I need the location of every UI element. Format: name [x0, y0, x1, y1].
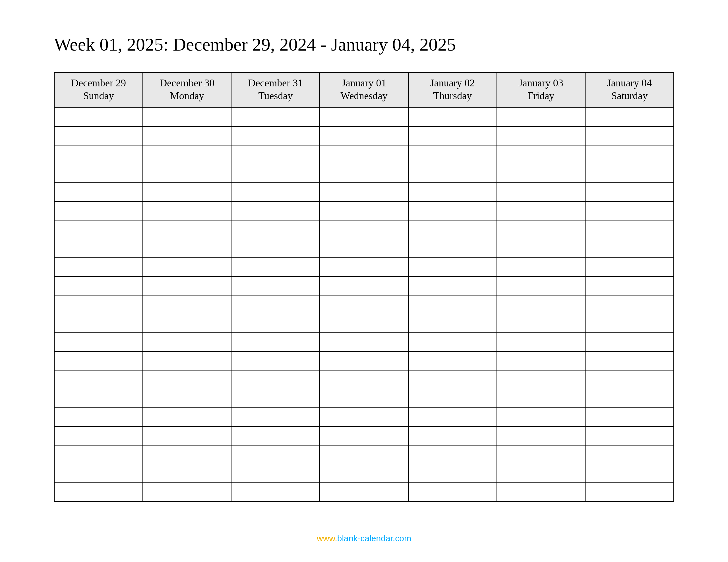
calendar-cell[interactable] [408, 445, 497, 464]
calendar-cell[interactable] [54, 464, 143, 483]
calendar-cell[interactable] [497, 295, 585, 314]
calendar-cell[interactable] [497, 426, 585, 445]
calendar-cell[interactable] [231, 108, 320, 127]
calendar-cell[interactable] [585, 220, 674, 239]
calendar-cell[interactable] [54, 127, 143, 145]
calendar-cell[interactable] [320, 164, 408, 183]
calendar-cell[interactable] [408, 333, 497, 351]
calendar-cell[interactable] [320, 351, 408, 370]
calendar-cell[interactable] [231, 183, 320, 202]
calendar-cell[interactable] [497, 183, 585, 202]
calendar-cell[interactable] [54, 426, 143, 445]
calendar-cell[interactable] [497, 408, 585, 426]
calendar-cell[interactable] [54, 370, 143, 389]
calendar-cell[interactable] [585, 464, 674, 483]
calendar-cell[interactable] [497, 108, 585, 127]
calendar-cell[interactable] [143, 483, 231, 501]
calendar-cell[interactable] [497, 258, 585, 277]
calendar-cell[interactable] [320, 370, 408, 389]
calendar-cell[interactable] [585, 295, 674, 314]
calendar-cell[interactable] [408, 295, 497, 314]
calendar-cell[interactable] [408, 408, 497, 426]
calendar-cell[interactable] [408, 370, 497, 389]
calendar-cell[interactable] [54, 202, 143, 220]
calendar-cell[interactable] [143, 145, 231, 164]
calendar-cell[interactable] [231, 220, 320, 239]
calendar-cell[interactable] [320, 408, 408, 426]
calendar-cell[interactable] [585, 108, 674, 127]
calendar-cell[interactable] [320, 127, 408, 145]
calendar-cell[interactable] [585, 426, 674, 445]
calendar-cell[interactable] [408, 314, 497, 333]
calendar-cell[interactable] [54, 351, 143, 370]
calendar-cell[interactable] [497, 333, 585, 351]
calendar-cell[interactable] [231, 239, 320, 258]
calendar-cell[interactable] [231, 258, 320, 277]
calendar-cell[interactable] [320, 426, 408, 445]
calendar-cell[interactable] [320, 202, 408, 220]
calendar-cell[interactable] [54, 277, 143, 295]
calendar-cell[interactable] [143, 164, 231, 183]
calendar-cell[interactable] [585, 258, 674, 277]
calendar-cell[interactable] [143, 258, 231, 277]
calendar-cell[interactable] [54, 389, 143, 408]
calendar-cell[interactable] [585, 239, 674, 258]
calendar-cell[interactable] [143, 445, 231, 464]
calendar-cell[interactable] [143, 351, 231, 370]
calendar-cell[interactable] [408, 426, 497, 445]
calendar-cell[interactable] [143, 333, 231, 351]
calendar-cell[interactable] [585, 333, 674, 351]
calendar-cell[interactable] [320, 483, 408, 501]
calendar-cell[interactable] [320, 333, 408, 351]
calendar-cell[interactable] [585, 408, 674, 426]
footer-link[interactable]: www.blank-calendar.com [0, 534, 728, 543]
calendar-cell[interactable] [320, 239, 408, 258]
calendar-cell[interactable] [231, 333, 320, 351]
calendar-cell[interactable] [231, 464, 320, 483]
calendar-cell[interactable] [231, 314, 320, 333]
calendar-cell[interactable] [54, 314, 143, 333]
calendar-cell[interactable] [54, 183, 143, 202]
calendar-cell[interactable] [320, 145, 408, 164]
calendar-cell[interactable] [320, 445, 408, 464]
calendar-cell[interactable] [408, 464, 497, 483]
calendar-cell[interactable] [54, 258, 143, 277]
calendar-cell[interactable] [143, 464, 231, 483]
calendar-cell[interactable] [54, 145, 143, 164]
calendar-cell[interactable] [231, 408, 320, 426]
calendar-cell[interactable] [143, 202, 231, 220]
calendar-cell[interactable] [497, 127, 585, 145]
calendar-cell[interactable] [497, 277, 585, 295]
calendar-cell[interactable] [497, 464, 585, 483]
calendar-cell[interactable] [231, 295, 320, 314]
calendar-cell[interactable] [585, 370, 674, 389]
calendar-cell[interactable] [497, 370, 585, 389]
calendar-cell[interactable] [497, 239, 585, 258]
calendar-cell[interactable] [54, 239, 143, 258]
calendar-cell[interactable] [497, 314, 585, 333]
calendar-cell[interactable] [231, 370, 320, 389]
calendar-cell[interactable] [143, 408, 231, 426]
calendar-cell[interactable] [143, 108, 231, 127]
calendar-cell[interactable] [320, 314, 408, 333]
calendar-cell[interactable] [231, 164, 320, 183]
calendar-cell[interactable] [54, 333, 143, 351]
calendar-cell[interactable] [408, 239, 497, 258]
calendar-cell[interactable] [497, 351, 585, 370]
calendar-cell[interactable] [54, 295, 143, 314]
calendar-cell[interactable] [143, 426, 231, 445]
calendar-cell[interactable] [585, 164, 674, 183]
calendar-cell[interactable] [231, 277, 320, 295]
calendar-cell[interactable] [408, 183, 497, 202]
calendar-cell[interactable] [497, 445, 585, 464]
calendar-cell[interactable] [497, 389, 585, 408]
calendar-cell[interactable] [143, 370, 231, 389]
calendar-cell[interactable] [585, 127, 674, 145]
calendar-cell[interactable] [143, 314, 231, 333]
calendar-cell[interactable] [408, 277, 497, 295]
calendar-cell[interactable] [408, 389, 497, 408]
calendar-cell[interactable] [585, 277, 674, 295]
calendar-cell[interactable] [408, 164, 497, 183]
calendar-cell[interactable] [54, 408, 143, 426]
calendar-cell[interactable] [585, 183, 674, 202]
